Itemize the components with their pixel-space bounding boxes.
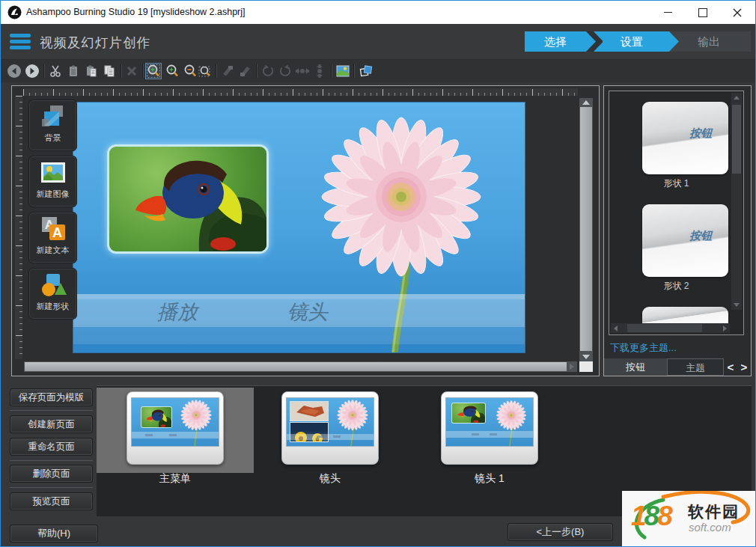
paste-page-button[interactable]: [83, 63, 100, 79]
page-preview: [131, 397, 219, 447]
zoom-fit-button[interactable]: [197, 63, 213, 79]
canvas-vertical-scrollbar[interactable]: [579, 98, 593, 361]
preview-page-button[interactable]: 预览页面: [10, 492, 93, 510]
back-button[interactable]: [6, 63, 22, 79]
page-label: 主菜单: [126, 472, 224, 486]
tool-new-image-button[interactable]: 新建图像: [28, 156, 77, 207]
zoom-out-button[interactable]: [182, 63, 198, 79]
paste-button[interactable]: [65, 63, 82, 79]
scroll-right-icon[interactable]: [570, 364, 574, 370]
tool-new-text-button[interactable]: A A 新建文本: [28, 212, 77, 263]
page-label: 镜头 1: [441, 472, 538, 486]
step-separator-icon: [585, 31, 603, 52]
canvas-horizontal-scrollbar[interactable]: [24, 361, 577, 372]
help-button[interactable]: 帮助(H): [10, 525, 98, 543]
maximize-icon: [698, 8, 707, 17]
copy-button[interactable]: [101, 63, 118, 79]
tab-buttons[interactable]: 按钮: [604, 358, 667, 376]
shape-item-3-partial[interactable]: [642, 307, 728, 325]
tool-new-shape-button[interactable]: 新建形状: [28, 268, 77, 320]
theme-next-icon[interactable]: >: [737, 359, 751, 375]
scroll-thumb[interactable]: [732, 105, 741, 174]
delete-page-button[interactable]: 删除页面: [10, 465, 93, 483]
zoom-selection-icon: [146, 64, 161, 79]
zoom-selection-button[interactable]: [145, 63, 162, 79]
scroll-up-icon[interactable]: [734, 96, 740, 100]
watermark-domain: soft.com: [689, 521, 731, 534]
close-button[interactable]: [720, 1, 755, 24]
ruler-vertical: [15, 96, 22, 359]
theme-tabs: 按钮 主题 < >: [604, 358, 751, 376]
horizontal-scroll-thumb[interactable]: [25, 362, 567, 371]
rotate-left-button[interactable]: [260, 63, 276, 79]
step-output[interactable]: 输出: [698, 35, 720, 49]
rename-page-button[interactable]: 重命名页面: [10, 438, 93, 456]
download-more-themes-link[interactable]: 下载更多主题...: [610, 341, 677, 355]
toolbar: [1, 59, 755, 82]
app-window: Ashampoo Burning Studio 19 [myslideshow …: [0, 0, 756, 547]
step-select[interactable]: 选择: [544, 35, 567, 49]
cut-button[interactable]: [47, 63, 64, 79]
create-new-page-button[interactable]: 创建新页面: [10, 415, 93, 433]
page-thumbnail-scene-1[interactable]: [441, 391, 538, 465]
shape-list-horizontal-scrollbar[interactable]: [611, 323, 730, 333]
rotate-left-icon: [260, 64, 275, 79]
center-vertical-button[interactable]: [311, 63, 328, 79]
new-text-icon: A A: [39, 215, 67, 243]
menu-button-play[interactable]: 播放: [157, 299, 198, 326]
window-title: Ashampoo Burning Studio 19 [myslideshow …: [26, 7, 246, 17]
scroll-left-icon[interactable]: [614, 326, 618, 331]
page-preview: [286, 397, 374, 447]
page-thumbnail-main-menu[interactable]: [126, 391, 224, 465]
toolbar-separator: [121, 64, 121, 78]
insert-image-button[interactable]: [335, 63, 351, 79]
page-preview: [445, 397, 534, 447]
slide-canvas[interactable]: 播放 镜头: [73, 102, 525, 353]
page-label: 镜头: [281, 472, 379, 486]
theme-prev-icon[interactable]: <: [724, 359, 737, 375]
shape-label-2: 形状 2: [609, 280, 743, 293]
tool-label: 背景: [29, 132, 76, 144]
menu-button-scene[interactable]: 镜头: [287, 299, 328, 326]
watermark: 188 软件园 soft.com: [622, 491, 756, 547]
shape-item-2[interactable]: 按钮: [642, 204, 728, 277]
rotate-right-button[interactable]: [277, 63, 293, 79]
shapes-panel: 按钮 形状 1 按钮 形状 2 下载更多主题... 按钮 主题 <: [603, 85, 752, 376]
zoom-in-button[interactable]: [164, 63, 180, 79]
zoom-in-icon: [165, 64, 180, 79]
maximize-button[interactable]: [686, 1, 720, 24]
center-horizontal-button[interactable]: [294, 63, 311, 79]
slide-image-parrot[interactable]: [107, 144, 269, 254]
toolbar-separator: [43, 64, 44, 78]
scroll-down-icon[interactable]: [582, 355, 590, 359]
tool-background-button[interactable]: 背景: [28, 100, 77, 151]
save-page-as-template-button[interactable]: 保存页面为模版: [10, 388, 93, 406]
scroll-right-icon[interactable]: [723, 326, 727, 331]
back-step-button[interactable]: <上一步(B): [507, 523, 613, 541]
delete-button[interactable]: [124, 63, 140, 79]
scroll-up-icon[interactable]: [582, 100, 590, 105]
crop-free-button[interactable]: [237, 63, 254, 79]
minimize-button[interactable]: [650, 1, 685, 24]
tab-themes[interactable]: 主题: [667, 358, 724, 376]
zoom-out-icon: [183, 64, 198, 79]
toolbar-separator: [142, 64, 143, 78]
mini-starfish-image: [290, 401, 329, 421]
crop-button[interactable]: [219, 63, 236, 79]
page-thumbnail-scene[interactable]: [281, 391, 379, 465]
shape-list-vertical-scrollbar[interactable]: [731, 93, 742, 310]
menu-hamburger-icon[interactable]: [10, 34, 31, 50]
shape-item-1[interactable]: 按钮: [642, 102, 728, 174]
step-settings[interactable]: 设置: [621, 35, 643, 49]
close-icon: [733, 8, 742, 17]
vertical-scroll-thumb[interactable]: [580, 107, 592, 351]
new-image-icon: [39, 159, 67, 187]
app-logo-icon: [7, 5, 22, 19]
shape-preview-text: 按钮: [689, 126, 712, 141]
arrange-layers-button[interactable]: [358, 63, 374, 79]
menu-band: 播放 镜头: [73, 294, 525, 327]
forward-button[interactable]: [24, 63, 40, 79]
scroll-down-icon[interactable]: [734, 303, 740, 307]
scroll-thumb[interactable]: [627, 324, 702, 332]
forward-icon: [25, 64, 40, 79]
